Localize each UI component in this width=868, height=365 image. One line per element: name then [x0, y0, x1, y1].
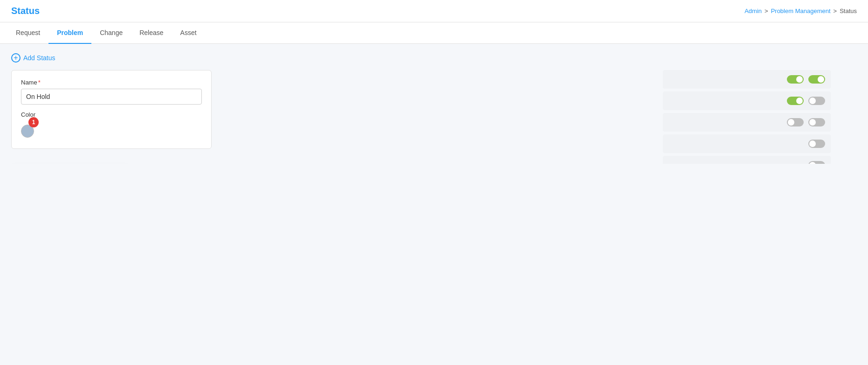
tab-problem[interactable]: Problem: [48, 22, 91, 44]
name-label: Name *: [21, 79, 202, 86]
page-title: Status: [11, 6, 40, 16]
toggle-1-1[interactable]: [787, 75, 804, 84]
add-status-button[interactable]: + Add Status: [11, 53, 55, 63]
tab-release[interactable]: Release: [131, 22, 172, 44]
color-label: Color: [21, 111, 202, 118]
toggle-2-2[interactable]: [808, 97, 825, 105]
status-row-5: [663, 156, 831, 164]
breadcrumb-problem-management[interactable]: Problem Management: [771, 7, 831, 14]
breadcrumb-sep1: >: [765, 7, 768, 14]
header: Status Admin > Problem Management > Stat…: [0, 0, 868, 22]
tabs-bar: Request Problem Change Release Asset: [0, 22, 868, 44]
color-section: Color 1: [21, 111, 202, 139]
content-area: + Add Status Name * Color 1 2: [0, 44, 868, 164]
status-row-2: [663, 91, 831, 110]
breadcrumb-sep2: >: [834, 7, 837, 14]
name-input[interactable]: [21, 89, 202, 105]
status-row-4: [663, 134, 831, 153]
status-rows-panel: [663, 70, 831, 164]
breadcrumb-admin[interactable]: Admin: [744, 7, 762, 14]
tab-request[interactable]: Request: [7, 22, 48, 44]
step-1-badge: 1: [28, 117, 39, 127]
breadcrumb: Admin > Problem Management > Status: [744, 7, 857, 14]
toggle-5-2[interactable]: [808, 161, 825, 164]
toggle-3-1[interactable]: [787, 118, 804, 126]
toggle-3-2[interactable]: [808, 118, 825, 126]
breadcrumb-current: Status: [840, 7, 857, 14]
tab-asset[interactable]: Asset: [172, 22, 205, 44]
toggle-2-1[interactable]: [787, 97, 804, 105]
plus-icon: +: [11, 53, 21, 63]
tab-change[interactable]: Change: [91, 22, 131, 44]
status-form-panel: Name * Color 1: [11, 70, 212, 149]
add-status-label: Add Status: [23, 54, 55, 62]
toggle-1-2[interactable]: [808, 75, 825, 84]
status-row-1: [663, 70, 831, 89]
toggle-4-2[interactable]: [808, 140, 825, 148]
required-asterisk: *: [38, 79, 41, 86]
status-row-3: [663, 113, 831, 132]
